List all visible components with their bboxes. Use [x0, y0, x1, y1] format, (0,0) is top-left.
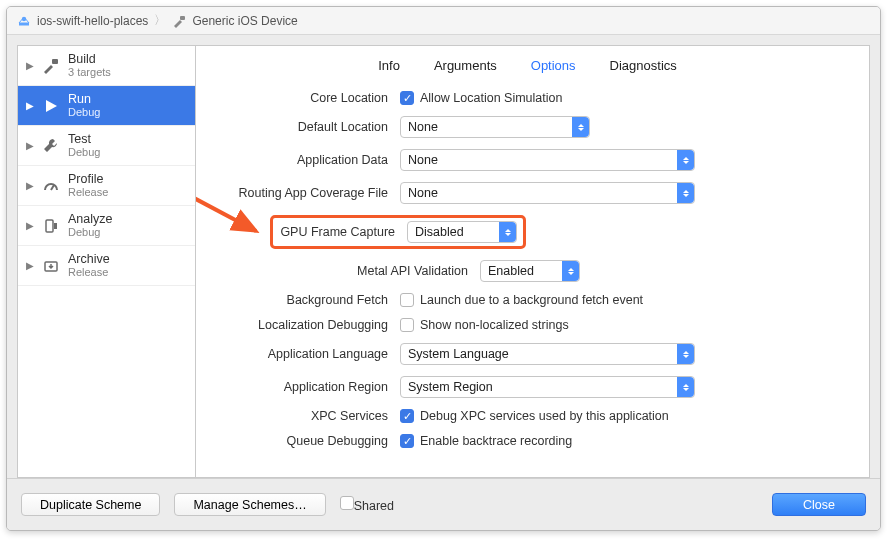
project-icon — [17, 13, 31, 28]
scheme-tabs: Info Arguments Options Diagnostics — [200, 54, 855, 77]
disclosure-triangle-icon[interactable]: ▶ — [26, 180, 34, 191]
metal-api-validation-label: Metal API Validation — [200, 264, 480, 278]
analyze-icon — [42, 217, 60, 235]
hammer-icon — [172, 13, 186, 28]
queue-debugging-label: Queue Debugging — [200, 434, 400, 448]
sidebar-item-label: Profile — [68, 172, 108, 186]
chevron-updown-icon — [677, 377, 694, 397]
sidebar-item-label: Build — [68, 52, 111, 66]
xpc-services-checkbox[interactable] — [400, 409, 414, 423]
allow-location-simulation-checkbox[interactable] — [400, 91, 414, 105]
breadcrumb-target[interactable]: Generic iOS Device — [192, 14, 297, 28]
gauge-icon — [42, 177, 60, 195]
application-data-label: Application Data — [200, 153, 400, 167]
application-language-label: Application Language — [200, 347, 400, 361]
manage-schemes-button[interactable]: Manage Schemes… — [174, 493, 325, 516]
sidebar-item-test[interactable]: ▶ TestDebug — [18, 126, 195, 166]
application-data-select[interactable]: None — [400, 149, 695, 171]
scheme-editor-window: ios-swift-hello-places 〉 Generic iOS Dev… — [6, 6, 881, 531]
sidebar-item-run[interactable]: ▶ RunDebug — [18, 86, 195, 126]
chevron-updown-icon — [499, 222, 516, 242]
archive-icon — [42, 257, 60, 275]
application-language-select[interactable]: System Language — [400, 343, 695, 365]
svg-rect-5 — [46, 220, 53, 232]
sidebar-item-archive[interactable]: ▶ ArchiveRelease — [18, 246, 195, 286]
sidebar-item-label: Run — [68, 92, 100, 106]
shared-label: Shared — [354, 499, 394, 513]
core-location-label: Core Location — [200, 91, 400, 105]
default-location-select[interactable]: None — [400, 116, 590, 138]
chevron-updown-icon — [562, 261, 579, 281]
sidebar-item-analyze[interactable]: ▶ AnalyzeDebug — [18, 206, 195, 246]
dialog-footer: Duplicate Scheme Manage Schemes… Shared … — [7, 478, 880, 530]
svg-rect-1 — [19, 23, 29, 26]
disclosure-triangle-icon[interactable]: ▶ — [26, 100, 34, 111]
wrench-icon — [42, 137, 60, 155]
options-panel: Info Arguments Options Diagnostics Core … — [195, 45, 870, 478]
background-fetch-checkbox[interactable] — [400, 293, 414, 307]
queue-debugging-checkbox[interactable] — [400, 434, 414, 448]
sidebar-item-profile[interactable]: ▶ ProfileRelease — [18, 166, 195, 206]
tab-arguments[interactable]: Arguments — [432, 54, 499, 77]
chevron-updown-icon — [677, 150, 694, 170]
application-region-select[interactable]: System Region — [400, 376, 695, 398]
hammer-icon — [42, 57, 60, 75]
sidebar-item-build[interactable]: ▶ Build3 targets — [18, 46, 195, 86]
duplicate-scheme-button[interactable]: Duplicate Scheme — [21, 493, 160, 516]
tab-info[interactable]: Info — [376, 54, 402, 77]
tab-options[interactable]: Options — [529, 54, 578, 77]
sidebar-item-label: Analyze — [68, 212, 112, 226]
sidebar-item-label: Test — [68, 132, 100, 146]
routing-app-coverage-select[interactable]: None — [400, 182, 695, 204]
show-nonlocalized-checkbox[interactable] — [400, 318, 414, 332]
play-icon — [42, 97, 60, 115]
disclosure-triangle-icon[interactable]: ▶ — [26, 260, 34, 271]
gpu-frame-capture-select[interactable]: Disabled — [407, 221, 517, 243]
chevron-updown-icon — [677, 344, 694, 364]
default-location-label: Default Location — [200, 120, 400, 134]
annotation-arrow-icon — [195, 191, 276, 251]
breadcrumb: ios-swift-hello-places 〉 Generic iOS Dev… — [7, 7, 880, 35]
chevron-updown-icon — [572, 117, 589, 137]
svg-rect-3 — [52, 59, 58, 64]
scheme-sidebar: ▶ Build3 targets ▶ RunDebug ▶ TestDebug … — [17, 45, 195, 478]
svg-rect-2 — [180, 16, 185, 20]
localization-debugging-label: Localization Debugging — [200, 318, 400, 332]
shared-checkbox[interactable] — [340, 496, 354, 510]
sidebar-item-label: Archive — [68, 252, 110, 266]
close-button[interactable]: Close — [772, 493, 866, 516]
application-region-label: Application Region — [200, 380, 400, 394]
chevron-updown-icon — [677, 183, 694, 203]
metal-api-validation-select[interactable]: Enabled — [480, 260, 580, 282]
xpc-services-label: XPC Services — [200, 409, 400, 423]
tab-diagnostics[interactable]: Diagnostics — [608, 54, 679, 77]
chevron-right-icon: 〉 — [154, 12, 166, 29]
gpu-frame-capture-label: GPU Frame Capture — [277, 225, 407, 239]
svg-line-4 — [51, 185, 54, 190]
disclosure-triangle-icon[interactable]: ▶ — [26, 60, 34, 71]
disclosure-triangle-icon[interactable]: ▶ — [26, 140, 34, 151]
background-fetch-label: Background Fetch — [200, 293, 400, 307]
svg-rect-6 — [54, 223, 57, 229]
disclosure-triangle-icon[interactable]: ▶ — [26, 220, 34, 231]
breadcrumb-project[interactable]: ios-swift-hello-places — [37, 14, 148, 28]
annotation-highlight: GPU Frame Capture Disabled — [270, 215, 526, 249]
allow-location-simulation-label: Allow Location Simulation — [420, 91, 562, 105]
